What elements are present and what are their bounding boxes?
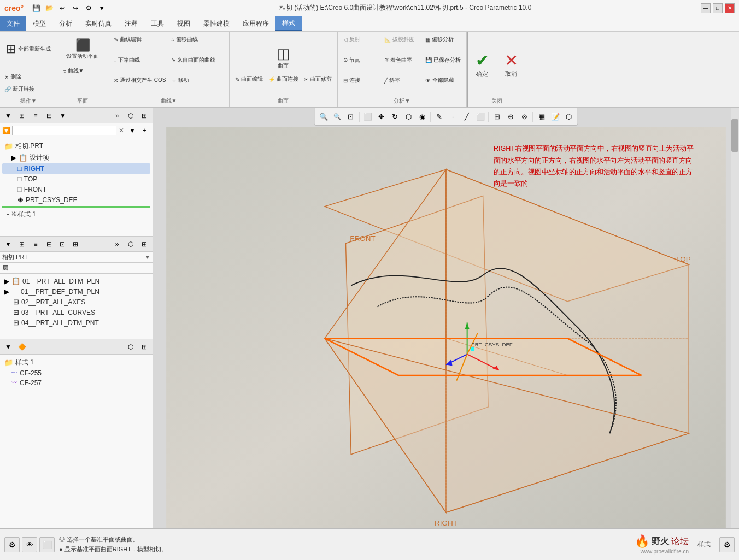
surface-edit-btn[interactable]: ✎曲面编辑 <box>233 74 265 85</box>
slope-btn[interactable]: ╱斜率 <box>382 75 422 86</box>
maximize-btn[interactable]: □ <box>713 3 723 13</box>
offset-analysis-btn[interactable]: ▦偏移分析 <box>423 34 463 45</box>
shaded-btn[interactable]: ◉ <box>416 110 429 123</box>
tree-front-plane[interactable]: □ FRONT <box>2 184 150 194</box>
status-icon-settings[interactable]: ⚙ <box>4 537 20 552</box>
save-btn[interactable]: 💾 <box>30 2 42 14</box>
surface-connect-btn[interactable]: ⚡曲面连接 <box>266 74 301 85</box>
layer-01-all-dtm-pln[interactable]: ▶ 📋 01__PRT_ALL_DTM_PLN <box>2 276 150 286</box>
menu-style[interactable]: 样式 <box>275 16 302 31</box>
panel-settings-btn[interactable]: ⬡ <box>125 110 137 122</box>
pb-tree-btn[interactable]: ⬡ <box>125 341 137 353</box>
pb-list-btn[interactable]: ⊞ <box>138 341 150 353</box>
pm-more-btn[interactable]: » <box>111 238 123 250</box>
menu-simulation[interactable]: 实时仿真 <box>79 16 118 31</box>
settings-btn[interactable]: ⚙ <box>83 2 95 14</box>
pb-collapse-btn[interactable]: ▼ <box>2 341 14 353</box>
menu-tools[interactable]: 工具 <box>144 16 171 31</box>
line-btn[interactable]: ╱ <box>460 110 473 123</box>
sketch-btn[interactable]: ⬜ <box>474 110 487 123</box>
tree-csys[interactable]: ⊕ PRT_CSYS_DEF <box>2 194 150 205</box>
tree-right-plane[interactable]: □ RIGHT <box>2 163 150 174</box>
surface-main-btn[interactable]: ◫ 曲面 <box>267 44 300 72</box>
layer-dropdown-btn[interactable]: ▼ <box>145 254 150 260</box>
style-cf257[interactable]: 〰 CF-257 <box>2 378 150 388</box>
set-active-plane-btn[interactable]: ⬛ 设置活动平面 <box>61 34 104 64</box>
intersect-cos-btn[interactable]: ✕通过相交产生 COS <box>112 75 168 86</box>
add-btn[interactable]: + <box>138 125 150 137</box>
rotate-btn[interactable]: ↻ <box>389 110 402 123</box>
style-root[interactable]: 📁 样式 1 <box>2 357 150 368</box>
pm-list-btn[interactable]: ⊞ <box>16 238 28 250</box>
panel-collapse-btn[interactable]: ▼ <box>2 110 14 122</box>
search-clear-btn[interactable]: ✕ <box>116 127 126 134</box>
menu-apps[interactable]: 应用程序 <box>236 16 275 31</box>
connect-analysis-btn[interactable]: ⊟连接 <box>341 75 381 86</box>
tree-search-input[interactable] <box>12 126 116 135</box>
panel-filter-btn[interactable]: ▼ <box>57 110 69 122</box>
hide-all-btn[interactable]: 👁全部隐藏 <box>423 75 463 86</box>
pm-col-btn[interactable]: ⬡ <box>125 238 137 250</box>
point-btn[interactable]: · <box>447 110 460 123</box>
undo-btn[interactable]: ↩ <box>56 2 68 14</box>
tree-top-plane[interactable]: □ TOP <box>2 174 150 184</box>
panel-expand-btn[interactable]: ⊞ <box>138 110 150 122</box>
reflect-btn[interactable]: ◁反射 <box>341 34 381 45</box>
axis-btn[interactable]: ⊕ <box>505 110 518 123</box>
csys-btn[interactable]: ⊗ <box>518 110 531 123</box>
panel-more-btn[interactable]: » <box>111 110 123 122</box>
layer-selector[interactable]: 相切.PRT <box>2 253 143 261</box>
pm-tree-btn[interactable]: ≡ <box>30 238 42 250</box>
style-cf255[interactable]: 〰 CF-255 <box>2 368 150 378</box>
zoom-fit-btn[interactable]: ⊡ <box>344 110 357 123</box>
minimize-btn[interactable]: — <box>701 3 711 13</box>
node-btn[interactable]: ⊙节点 <box>341 55 381 66</box>
layer-02-all-axes[interactable]: ⊞ 02__PRT_ALL_AXES <box>2 297 150 307</box>
curve-btn[interactable]: ≈曲线▼ <box>61 66 86 76</box>
section-btn[interactable]: ⬡ <box>562 110 576 123</box>
close-btn[interactable]: ✕ <box>725 3 735 13</box>
display-btn[interactable]: ▦ <box>535 110 548 123</box>
confirm-btn[interactable]: ✔ 确定 <box>470 49 495 80</box>
pan-btn[interactable]: ✥ <box>375 110 388 123</box>
tree-style1[interactable]: └ ※样式 1 <box>2 209 150 220</box>
open-btn[interactable]: 📂 <box>43 2 55 14</box>
menu-model[interactable]: 模型 <box>26 16 52 31</box>
tree-design-folder[interactable]: ▶ 📋 设计项 <box>2 152 150 163</box>
status-icon-model[interactable]: ⬜ <box>39 537 55 552</box>
panel-grid-btn[interactable]: ⊟ <box>43 110 55 122</box>
draft-angle-btn[interactable]: 📐拔模斜度 <box>382 34 422 45</box>
redo-btn[interactable]: ↪ <box>69 2 81 14</box>
scroll-thumb[interactable] <box>731 119 738 152</box>
pencil-btn[interactable]: ✎ <box>433 110 446 123</box>
panel-tree-btn[interactable]: ≡ <box>30 110 42 122</box>
search-dropdown-btn[interactable]: ▼ <box>126 125 138 137</box>
tree-root[interactable]: 📁 相切.PRT <box>2 140 150 152</box>
from-surface-btn[interactable]: ∿来自曲面的曲线 <box>169 55 225 66</box>
pm-add-btn[interactable]: ⊞ <box>138 238 150 250</box>
zoom-out-btn[interactable]: 🔍 <box>331 110 344 123</box>
regen-all-btn[interactable]: ⊞ 全部重新生成 <box>3 34 54 64</box>
dropdown-curve-btn[interactable]: ↓下箱曲线 <box>112 55 168 66</box>
layer-04-all-dtm-pnt[interactable]: ⊞ 04__PRT_ALL_DTM_PNT <box>2 317 150 328</box>
datum-btn[interactable]: ⊞ <box>491 110 504 123</box>
offset-curve-btn[interactable]: ≈偏移曲线 <box>169 34 225 45</box>
more-btn[interactable]: ▼ <box>96 2 108 14</box>
layer-01-def-dtm-pln[interactable]: ▶ — 01__PRT_DEF_DTM_PLN <box>2 286 150 297</box>
new-link-btn[interactable]: 🔗新开链接 <box>2 84 55 95</box>
cancel-btn[interactable]: ✕ 取消 <box>499 49 524 80</box>
surface-trim-btn[interactable]: ✂曲面修剪 <box>302 74 334 85</box>
layer-03-all-curves[interactable]: ⊞ 03__PRT_ALL_CURVES <box>2 307 150 317</box>
pm-collapse-btn[interactable]: ▼ <box>2 238 14 250</box>
status-btn-config[interactable]: ⚙ <box>719 537 735 552</box>
panel-list-btn[interactable]: ⊞ <box>16 110 28 122</box>
delete-btn[interactable]: ✕删除 <box>2 72 55 82</box>
color-curve-btn[interactable]: ≋着色曲率 <box>382 55 422 66</box>
zoom-in-btn[interactable]: 🔍 <box>317 110 330 123</box>
model-viewport[interactable]: TOP FRONT <box>153 127 739 528</box>
curve-edit-btn[interactable]: ✎曲线编辑 <box>112 34 168 45</box>
saved-analysis-btn[interactable]: 💾已保存分析 <box>423 55 463 66</box>
menu-annotation[interactable]: 注释 <box>118 16 144 31</box>
refit-btn[interactable]: ⬜ <box>361 110 374 123</box>
menu-file[interactable]: 文件 <box>0 16 26 31</box>
